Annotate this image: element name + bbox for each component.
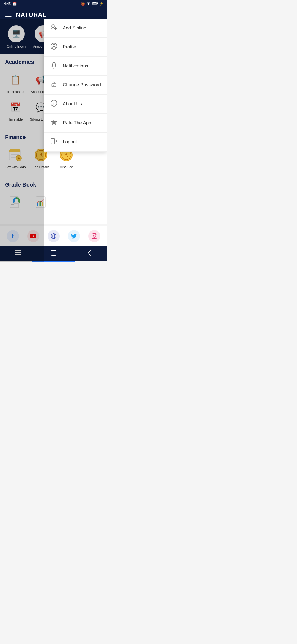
status-left: 4:45 📅 bbox=[4, 2, 17, 6]
notifications-label: Notifications bbox=[63, 63, 88, 69]
dropdown-about-us[interactable]: About Us bbox=[44, 95, 107, 114]
twitter-icon[interactable] bbox=[68, 230, 80, 242]
dropdown-change-password[interactable]: Change Password bbox=[44, 76, 107, 95]
wifi-icon bbox=[86, 2, 91, 6]
add-sibling-icon bbox=[50, 24, 58, 32]
svg-point-40 bbox=[52, 25, 54, 28]
svg-point-0 bbox=[88, 4, 89, 5]
dropdown-menu: Add Sibling Profile Notifications bbox=[44, 19, 107, 152]
dropdown-rate-app[interactable]: Rate The App bbox=[44, 114, 107, 133]
app-title: NATURAL bbox=[16, 11, 47, 18]
status-bar: 4:45 📅 🔕 92% ⚡ bbox=[0, 0, 107, 7]
lock-key-icon bbox=[50, 81, 58, 89]
logout-label: Logout bbox=[63, 139, 77, 145]
svg-point-50 bbox=[54, 102, 54, 102]
info-circle-icon bbox=[50, 100, 58, 108]
profile-label: Profile bbox=[63, 44, 76, 50]
about-us-label: About Us bbox=[63, 101, 82, 107]
change-password-label: Change Password bbox=[63, 82, 101, 88]
status-time: 4:45 bbox=[4, 2, 11, 6]
svg-rect-52 bbox=[51, 138, 54, 144]
dropdown-profile[interactable]: Profile bbox=[44, 38, 107, 57]
svg-marker-51 bbox=[51, 119, 57, 125]
svg-point-35 bbox=[95, 234, 96, 235]
svg-point-46 bbox=[53, 85, 54, 86]
svg-rect-39 bbox=[51, 250, 56, 255]
charging-icon: ⚡ bbox=[100, 2, 103, 6]
nav-back-button[interactable] bbox=[84, 249, 95, 257]
nav-home-button[interactable] bbox=[48, 249, 59, 257]
dropdown-add-sibling[interactable]: Add Sibling bbox=[44, 19, 107, 38]
svg-rect-3 bbox=[97, 2, 98, 4]
notifications-icon bbox=[50, 62, 58, 70]
status-right: 🔕 92% ⚡ bbox=[81, 2, 103, 6]
svg-text:92%: 92% bbox=[93, 3, 97, 4]
battery-icon: 92% bbox=[92, 2, 98, 6]
dropdown-logout[interactable]: Logout bbox=[44, 133, 107, 152]
svg-text:₹: ₹ bbox=[65, 152, 68, 158]
website-icon[interactable] bbox=[48, 230, 60, 242]
logout-icon bbox=[50, 138, 58, 146]
dropdown-notifications[interactable]: Notifications bbox=[44, 57, 107, 76]
add-sibling-label: Add Sibling bbox=[63, 25, 86, 31]
calendar-icon: 📅 bbox=[12, 2, 17, 6]
instagram-icon[interactable] bbox=[88, 230, 100, 242]
misc-fee-label: Misc Fee bbox=[60, 165, 73, 169]
star-icon bbox=[50, 119, 58, 127]
profile-icon bbox=[50, 43, 58, 51]
hamburger-menu[interactable] bbox=[5, 13, 12, 17]
svg-point-44 bbox=[53, 44, 55, 47]
rate-app-label: Rate The App bbox=[63, 120, 91, 126]
dropdown-dim-overlay[interactable] bbox=[0, 19, 44, 262]
bell-icon: 🔕 bbox=[81, 2, 85, 6]
svg-point-34 bbox=[93, 235, 95, 237]
